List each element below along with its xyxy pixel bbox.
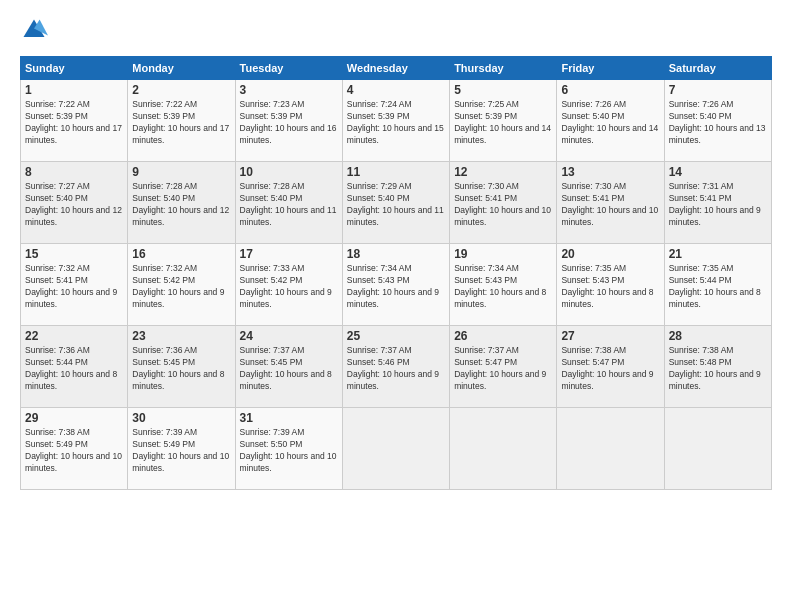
day-number: 26 [454, 329, 552, 343]
cell-info: Sunrise: 7:39 AM Sunset: 5:50 PM Dayligh… [240, 427, 338, 475]
day-number: 1 [25, 83, 123, 97]
cell-info: Sunrise: 7:34 AM Sunset: 5:43 PM Dayligh… [347, 263, 445, 311]
week-row-4: 22 Sunrise: 7:36 AM Sunset: 5:44 PM Dayl… [21, 326, 772, 408]
calendar-cell: 26 Sunrise: 7:37 AM Sunset: 5:47 PM Dayl… [450, 326, 557, 408]
cell-info: Sunrise: 7:25 AM Sunset: 5:39 PM Dayligh… [454, 99, 552, 147]
day-number: 9 [132, 165, 230, 179]
header [20, 16, 772, 44]
calendar-cell: 6 Sunrise: 7:26 AM Sunset: 5:40 PM Dayli… [557, 80, 664, 162]
calendar-cell: 8 Sunrise: 7:27 AM Sunset: 5:40 PM Dayli… [21, 162, 128, 244]
calendar-cell: 24 Sunrise: 7:37 AM Sunset: 5:45 PM Dayl… [235, 326, 342, 408]
calendar-cell: 11 Sunrise: 7:29 AM Sunset: 5:40 PM Dayl… [342, 162, 449, 244]
cell-info: Sunrise: 7:28 AM Sunset: 5:40 PM Dayligh… [132, 181, 230, 229]
day-number: 10 [240, 165, 338, 179]
calendar-cell: 7 Sunrise: 7:26 AM Sunset: 5:40 PM Dayli… [664, 80, 771, 162]
day-number: 19 [454, 247, 552, 261]
logo [20, 16, 52, 44]
calendar-cell: 3 Sunrise: 7:23 AM Sunset: 5:39 PM Dayli… [235, 80, 342, 162]
cell-info: Sunrise: 7:38 AM Sunset: 5:49 PM Dayligh… [25, 427, 123, 475]
weekday-header-monday: Monday [128, 57, 235, 80]
cell-info: Sunrise: 7:28 AM Sunset: 5:40 PM Dayligh… [240, 181, 338, 229]
calendar-cell [450, 408, 557, 490]
calendar-body: 1 Sunrise: 7:22 AM Sunset: 5:39 PM Dayli… [21, 80, 772, 490]
cell-info: Sunrise: 7:26 AM Sunset: 5:40 PM Dayligh… [669, 99, 767, 147]
calendar-cell: 15 Sunrise: 7:32 AM Sunset: 5:41 PM Dayl… [21, 244, 128, 326]
cell-info: Sunrise: 7:26 AM Sunset: 5:40 PM Dayligh… [561, 99, 659, 147]
weekday-header-saturday: Saturday [664, 57, 771, 80]
cell-info: Sunrise: 7:36 AM Sunset: 5:44 PM Dayligh… [25, 345, 123, 393]
calendar-cell: 21 Sunrise: 7:35 AM Sunset: 5:44 PM Dayl… [664, 244, 771, 326]
day-number: 28 [669, 329, 767, 343]
cell-info: Sunrise: 7:32 AM Sunset: 5:41 PM Dayligh… [25, 263, 123, 311]
weekday-header-wednesday: Wednesday [342, 57, 449, 80]
main-container: SundayMondayTuesdayWednesdayThursdayFrid… [0, 0, 792, 500]
day-number: 27 [561, 329, 659, 343]
calendar-cell: 20 Sunrise: 7:35 AM Sunset: 5:43 PM Dayl… [557, 244, 664, 326]
day-number: 24 [240, 329, 338, 343]
day-number: 29 [25, 411, 123, 425]
calendar-cell [664, 408, 771, 490]
day-number: 7 [669, 83, 767, 97]
logo-icon [20, 16, 48, 44]
weekday-header-friday: Friday [557, 57, 664, 80]
cell-info: Sunrise: 7:33 AM Sunset: 5:42 PM Dayligh… [240, 263, 338, 311]
cell-info: Sunrise: 7:38 AM Sunset: 5:47 PM Dayligh… [561, 345, 659, 393]
cell-info: Sunrise: 7:30 AM Sunset: 5:41 PM Dayligh… [454, 181, 552, 229]
calendar-table: SundayMondayTuesdayWednesdayThursdayFrid… [20, 56, 772, 490]
day-number: 25 [347, 329, 445, 343]
calendar-cell [342, 408, 449, 490]
calendar-cell: 1 Sunrise: 7:22 AM Sunset: 5:39 PM Dayli… [21, 80, 128, 162]
day-number: 15 [25, 247, 123, 261]
cell-info: Sunrise: 7:35 AM Sunset: 5:44 PM Dayligh… [669, 263, 767, 311]
day-number: 6 [561, 83, 659, 97]
cell-info: Sunrise: 7:23 AM Sunset: 5:39 PM Dayligh… [240, 99, 338, 147]
calendar-cell: 12 Sunrise: 7:30 AM Sunset: 5:41 PM Dayl… [450, 162, 557, 244]
calendar-cell [557, 408, 664, 490]
calendar-cell: 25 Sunrise: 7:37 AM Sunset: 5:46 PM Dayl… [342, 326, 449, 408]
day-number: 21 [669, 247, 767, 261]
calendar-cell: 5 Sunrise: 7:25 AM Sunset: 5:39 PM Dayli… [450, 80, 557, 162]
day-number: 30 [132, 411, 230, 425]
calendar-cell: 27 Sunrise: 7:38 AM Sunset: 5:47 PM Dayl… [557, 326, 664, 408]
day-number: 20 [561, 247, 659, 261]
day-number: 23 [132, 329, 230, 343]
week-row-3: 15 Sunrise: 7:32 AM Sunset: 5:41 PM Dayl… [21, 244, 772, 326]
day-number: 5 [454, 83, 552, 97]
day-number: 16 [132, 247, 230, 261]
cell-info: Sunrise: 7:31 AM Sunset: 5:41 PM Dayligh… [669, 181, 767, 229]
week-row-2: 8 Sunrise: 7:27 AM Sunset: 5:40 PM Dayli… [21, 162, 772, 244]
cell-info: Sunrise: 7:32 AM Sunset: 5:42 PM Dayligh… [132, 263, 230, 311]
cell-info: Sunrise: 7:22 AM Sunset: 5:39 PM Dayligh… [132, 99, 230, 147]
cell-info: Sunrise: 7:38 AM Sunset: 5:48 PM Dayligh… [669, 345, 767, 393]
day-number: 2 [132, 83, 230, 97]
cell-info: Sunrise: 7:36 AM Sunset: 5:45 PM Dayligh… [132, 345, 230, 393]
day-number: 14 [669, 165, 767, 179]
calendar-cell: 19 Sunrise: 7:34 AM Sunset: 5:43 PM Dayl… [450, 244, 557, 326]
day-number: 18 [347, 247, 445, 261]
cell-info: Sunrise: 7:29 AM Sunset: 5:40 PM Dayligh… [347, 181, 445, 229]
cell-info: Sunrise: 7:27 AM Sunset: 5:40 PM Dayligh… [25, 181, 123, 229]
calendar-cell: 4 Sunrise: 7:24 AM Sunset: 5:39 PM Dayli… [342, 80, 449, 162]
calendar-header: SundayMondayTuesdayWednesdayThursdayFrid… [21, 57, 772, 80]
weekday-header-thursday: Thursday [450, 57, 557, 80]
weekday-row: SundayMondayTuesdayWednesdayThursdayFrid… [21, 57, 772, 80]
cell-info: Sunrise: 7:35 AM Sunset: 5:43 PM Dayligh… [561, 263, 659, 311]
day-number: 8 [25, 165, 123, 179]
calendar-cell: 13 Sunrise: 7:30 AM Sunset: 5:41 PM Dayl… [557, 162, 664, 244]
calendar-cell: 23 Sunrise: 7:36 AM Sunset: 5:45 PM Dayl… [128, 326, 235, 408]
calendar-cell: 16 Sunrise: 7:32 AM Sunset: 5:42 PM Dayl… [128, 244, 235, 326]
calendar-cell: 9 Sunrise: 7:28 AM Sunset: 5:40 PM Dayli… [128, 162, 235, 244]
calendar-cell: 22 Sunrise: 7:36 AM Sunset: 5:44 PM Dayl… [21, 326, 128, 408]
calendar-cell: 30 Sunrise: 7:39 AM Sunset: 5:49 PM Dayl… [128, 408, 235, 490]
day-number: 31 [240, 411, 338, 425]
calendar-cell: 28 Sunrise: 7:38 AM Sunset: 5:48 PM Dayl… [664, 326, 771, 408]
week-row-5: 29 Sunrise: 7:38 AM Sunset: 5:49 PM Dayl… [21, 408, 772, 490]
cell-info: Sunrise: 7:22 AM Sunset: 5:39 PM Dayligh… [25, 99, 123, 147]
calendar-cell: 31 Sunrise: 7:39 AM Sunset: 5:50 PM Dayl… [235, 408, 342, 490]
calendar-cell: 14 Sunrise: 7:31 AM Sunset: 5:41 PM Dayl… [664, 162, 771, 244]
day-number: 13 [561, 165, 659, 179]
calendar-cell: 10 Sunrise: 7:28 AM Sunset: 5:40 PM Dayl… [235, 162, 342, 244]
cell-info: Sunrise: 7:37 AM Sunset: 5:47 PM Dayligh… [454, 345, 552, 393]
cell-info: Sunrise: 7:37 AM Sunset: 5:46 PM Dayligh… [347, 345, 445, 393]
cell-info: Sunrise: 7:24 AM Sunset: 5:39 PM Dayligh… [347, 99, 445, 147]
